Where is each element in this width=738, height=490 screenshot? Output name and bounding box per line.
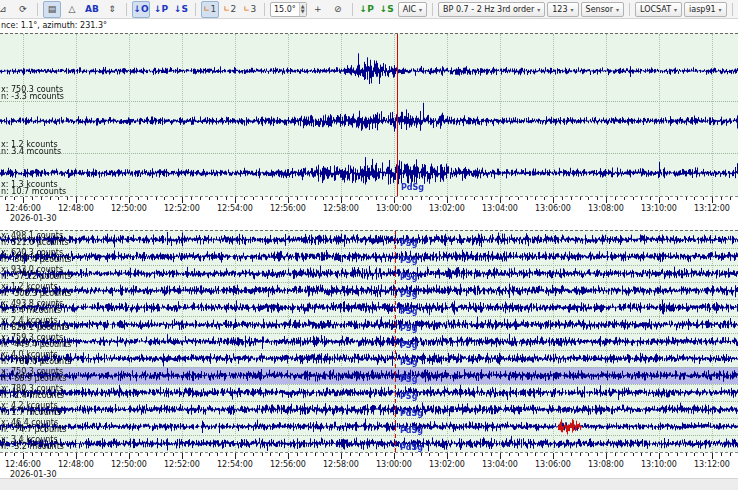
component-1-button[interactable]: ∟1 xyxy=(201,1,219,18)
axis-tick xyxy=(694,197,695,200)
phase-pick-label[interactable]: PSg xyxy=(400,257,417,265)
axis-time-label: 13:02:00 xyxy=(429,204,465,213)
axis-tick xyxy=(226,453,227,456)
axis-time-label: 13:02:00 xyxy=(429,460,465,469)
axis-tick xyxy=(447,197,448,203)
axis-tick xyxy=(376,453,377,456)
axis-tick xyxy=(571,453,572,456)
phase-pick-label[interactable]: PSg xyxy=(400,342,417,350)
toolbar-separator xyxy=(732,3,733,16)
axis-tick xyxy=(456,453,457,456)
phase-pick-label[interactable]: PSg xyxy=(400,240,417,248)
phase-pick-label[interactable]: PSg xyxy=(400,325,417,333)
locator-dropdown[interactable]: LOCSAT▾ xyxy=(635,2,682,17)
axis-tick xyxy=(615,453,616,456)
component-2-button[interactable]: ∟2 xyxy=(221,1,239,18)
sensor-dropdown[interactable]: Sensor▾ xyxy=(581,2,624,17)
axis-time-label: 12:50:00 xyxy=(111,460,147,469)
axis-tick xyxy=(580,453,581,456)
pick-time-line[interactable] xyxy=(397,34,398,196)
axis-tick xyxy=(624,453,625,456)
earth-model-dropdown[interactable]: iasp91▾ xyxy=(684,2,727,17)
toolbar-separator xyxy=(432,3,433,16)
ab-range-icon[interactable]: AB xyxy=(83,1,101,18)
axis-tick xyxy=(633,197,634,200)
auto-pick-p-button[interactable]: ↓P xyxy=(358,1,376,18)
axis-tick xyxy=(200,197,201,200)
zoom-trace-panel[interactable]: x: 750.3 countsn: -3.3 mcountsx: 1.2 kco… xyxy=(0,33,738,196)
axis-tick xyxy=(580,197,581,200)
axis-tick xyxy=(209,197,210,200)
axis-tick xyxy=(173,197,174,200)
pick-origin-button[interactable]: ↓O xyxy=(132,1,150,18)
spinner-down-icon[interactable]: ▼ xyxy=(301,9,305,14)
toolbar-separator xyxy=(195,3,196,16)
phase-pick-label[interactable]: PdSg xyxy=(400,427,423,435)
axis-tick xyxy=(58,197,59,200)
axis-tick xyxy=(491,453,492,456)
trace-mean-label: n: -575.2 µcounts xyxy=(1,273,71,280)
overview-waveform-canvas[interactable] xyxy=(0,231,738,452)
axis-tick xyxy=(359,197,360,200)
rotation-angle-spinner[interactable]: 15.0° ▲▼ xyxy=(270,2,307,17)
phase-pick-label[interactable]: PdSg xyxy=(401,184,424,192)
phase-pick-label[interactable]: PSg xyxy=(400,393,417,401)
axis-tick xyxy=(703,453,704,456)
spread-traces-icon[interactable]: ⇕ xyxy=(103,1,121,18)
axis-tick xyxy=(694,453,695,456)
axis-tick xyxy=(341,453,342,459)
pick-p-button[interactable]: ↓P xyxy=(152,1,170,18)
axis-time-label: 12:48:00 xyxy=(58,204,94,213)
axis-tick xyxy=(633,453,634,456)
axis-tick xyxy=(474,453,475,456)
axis-tick xyxy=(341,197,342,203)
auto-pick-s-button[interactable]: ↓S xyxy=(378,1,396,18)
axis-tick xyxy=(244,197,245,200)
ruler-icon[interactable]: ▤ xyxy=(43,1,61,18)
trace-mean-label: n: 10.7 mcounts xyxy=(1,188,66,195)
axis-tick xyxy=(491,197,492,200)
axis-tick xyxy=(562,197,563,200)
axis-tick xyxy=(235,197,236,203)
axis-tick xyxy=(544,453,545,456)
picker-algorithm-dropdown[interactable]: AIC▾ xyxy=(398,2,427,17)
triangle-marker-icon[interactable]: △ xyxy=(63,1,81,18)
phase-pick-label[interactable]: PdSg xyxy=(400,444,423,452)
overview-trace-panel[interactable]: x: 498.1 countsn: 521.0 µcountsPSgx: 620… xyxy=(0,230,738,452)
trace-mean-label: n: 521.0 µcounts xyxy=(1,239,69,246)
pick-time-line[interactable] xyxy=(395,231,396,452)
phase-pick-label[interactable]: PdSg xyxy=(400,410,423,418)
pick-s-button[interactable]: ↓S xyxy=(172,1,190,18)
toolbar-separator xyxy=(126,3,127,16)
zoom-waveform-canvas[interactable] xyxy=(0,34,738,196)
filter-dropdown[interactable]: BP 0.7 - 2 Hz 3rd order▾ xyxy=(438,2,545,17)
axis-tick xyxy=(32,197,33,200)
axis-tick xyxy=(447,453,448,459)
phase-pick-label[interactable]: PSg xyxy=(400,274,417,282)
axis-tick xyxy=(606,453,607,459)
axis-time-label: 13:10:00 xyxy=(641,460,677,469)
axis-tick xyxy=(403,197,404,200)
axis-tick xyxy=(58,453,59,456)
rotate-lock-icon[interactable]: ⟳ xyxy=(14,1,32,18)
axis-time-label: 12:58:00 xyxy=(323,204,359,213)
trace-mean-label: n: -347.4 µcounts xyxy=(1,256,71,263)
axis-tick xyxy=(120,453,121,456)
phase-pick-label[interactable]: PSg xyxy=(400,359,417,367)
axis-time-label: 13:08:00 xyxy=(588,460,624,469)
axis-tick xyxy=(14,197,15,200)
axis-tick xyxy=(103,453,104,456)
axis-time-label: 13:12:00 xyxy=(694,204,730,213)
axis-tick xyxy=(562,453,563,456)
axis-tick xyxy=(350,453,351,456)
phase-pick-label[interactable]: PSg xyxy=(400,291,417,299)
component-3-button[interactable]: ∟3 xyxy=(241,1,259,18)
clipped-left-icon[interactable]: ⊿ xyxy=(0,1,12,18)
hide-traces-icon[interactable]: ⊘ xyxy=(329,1,347,18)
components-dropdown[interactable]: 123▾ xyxy=(547,2,578,17)
add-button[interactable]: + xyxy=(309,1,327,18)
phase-pick-label[interactable]: PSg xyxy=(400,376,417,384)
axis-tick xyxy=(376,197,377,200)
phase-pick-label[interactable]: PSg xyxy=(400,308,417,316)
axis-tick xyxy=(624,197,625,200)
